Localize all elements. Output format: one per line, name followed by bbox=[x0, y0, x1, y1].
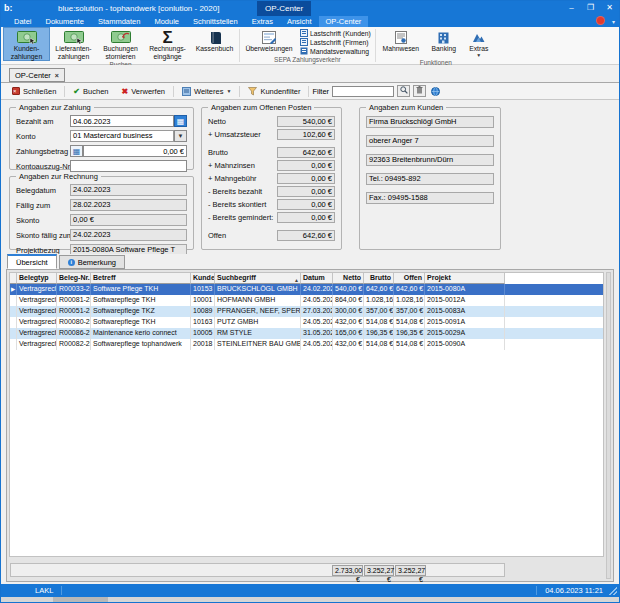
app-window: b: blue:solution - tophandwerk [conlutio… bbox=[0, 0, 620, 603]
table-row[interactable]: ▶VertragsrechnungR00033-23Software Pfleg… bbox=[10, 284, 603, 295]
app-logo: b: bbox=[4, 3, 13, 13]
column-header-brutto[interactable]: Brutto bbox=[364, 273, 394, 284]
tab-bemerkung[interactable]: i Bemerkung bbox=[59, 255, 125, 269]
table-row[interactable]: VertragsrechnungR00051-23Softwarepflege … bbox=[10, 306, 603, 317]
kontoauszug-input[interactable] bbox=[70, 160, 187, 172]
mahnwesen-button[interactable]: Mahnwesen bbox=[377, 27, 425, 59]
table-cell: Vertragsrechnung bbox=[17, 339, 57, 350]
column-header-datum[interactable]: Datum bbox=[301, 273, 333, 284]
konto-select[interactable]: 01 Mastercard business bbox=[70, 130, 174, 142]
open-item-row: - Bereits gemindert:0,00 € bbox=[208, 212, 335, 223]
lieferantenzahlungen-button[interactable]: Lieferanten-zahlungen bbox=[50, 27, 97, 61]
column-header-belegtyp[interactable]: Belegtyp bbox=[17, 273, 57, 284]
toolbar: × Schließen ✔ Buchen ✖ Verwerfen Weitere… bbox=[1, 83, 619, 100]
readonly-value: 540,00 € bbox=[277, 116, 335, 127]
menu-item-datei[interactable]: Datei bbox=[7, 16, 39, 27]
column-header-betreff[interactable]: Betreff bbox=[91, 273, 191, 284]
verwerfen-button[interactable]: ✖ Verwerfen bbox=[117, 86, 170, 97]
buchen-button[interactable]: ✔ Buchen bbox=[68, 86, 113, 97]
table-cell: Softwarepflege tophandwerk bbox=[91, 339, 191, 350]
document-tab-op-center[interactable]: OP-Center × bbox=[9, 68, 65, 82]
column-header-projekt[interactable]: Projekt bbox=[425, 273, 505, 284]
search-button[interactable] bbox=[397, 85, 410, 97]
context-tab-op-center[interactable]: OP-Center bbox=[257, 1, 311, 16]
calendar-icon[interactable]: ▦ bbox=[174, 115, 187, 127]
ribbon-separator bbox=[375, 29, 376, 62]
resize-grip-icon[interactable] bbox=[609, 587, 617, 595]
table-cell: Maintenance kerio connect bbox=[91, 328, 191, 339]
schliessen-button[interactable]: × Schließen bbox=[7, 86, 61, 97]
lastschrift-kunden-button[interactable]: Lastschrift (Kunden) bbox=[297, 29, 374, 38]
kassenbuch-button[interactable]: Kassenbuch bbox=[191, 27, 238, 61]
column-header-kunde[interactable]: Kunde bbox=[191, 273, 215, 284]
buchungen-stornieren-button[interactable]: Buchungen stornieren bbox=[97, 27, 144, 61]
clear-filter-button[interactable] bbox=[413, 85, 426, 97]
notification-icon[interactable] bbox=[596, 16, 605, 25]
help-globe-icon[interactable] bbox=[431, 87, 440, 96]
readonly-value: 0,00 € bbox=[277, 199, 335, 210]
readonly-value: 0,00 € bbox=[277, 160, 335, 171]
maximize-icon[interactable]: ❐ bbox=[581, 1, 600, 16]
mandatsverwaltung-button[interactable]: Mandatsverwaltung bbox=[297, 47, 374, 56]
group-angaben-zum-kunden: Angaben zum Kunden Firma Bruckschlögl Gm… bbox=[359, 107, 501, 250]
column-header-suchbegriff[interactable]: Suchbegriff▲ bbox=[215, 273, 301, 284]
close-tab-icon[interactable]: × bbox=[55, 72, 59, 79]
menu-item-schnittstellen[interactable]: Schnittstellen bbox=[186, 16, 245, 27]
ribbon-button-label: Kunden-zahlungen bbox=[4, 45, 49, 60]
customer-info-line: Tel.: 09495-892 bbox=[366, 173, 494, 185]
readonly-value: 0,00 € bbox=[277, 173, 335, 184]
chevron-down-icon[interactable]: ▼ bbox=[174, 130, 187, 142]
kundenzahlungen-button[interactable]: Kunden-zahlungen bbox=[3, 27, 50, 61]
menu-item-module[interactable]: Module bbox=[147, 16, 186, 27]
chevron-down-icon[interactable]: ▾ bbox=[612, 18, 615, 25]
table-cell: 300,00 € bbox=[333, 306, 364, 317]
table-cell: 514,08 € bbox=[394, 339, 425, 350]
table-cell: HOFMANN GMBH bbox=[215, 295, 301, 306]
zahlungsbetrag-input[interactable] bbox=[83, 145, 187, 157]
close-icon[interactable]: ✕ bbox=[600, 1, 619, 16]
extras-button[interactable]: Extras ▼ bbox=[463, 27, 495, 59]
total-netto: 2.733,00 € bbox=[332, 565, 363, 576]
menu-item-ansicht[interactable]: Ansicht bbox=[280, 16, 319, 27]
column-header-offen[interactable]: Offen bbox=[394, 273, 425, 284]
ribbon-group-buchen: Kunden-zahlungen Lieferanten-zahlungen B… bbox=[3, 27, 238, 64]
group-angaben-zur-zahlung: Angaben zur Zahlung Bezahlt am ▦ Konto 0… bbox=[9, 107, 194, 170]
rechnungseingaenge-button[interactable]: Σ Rechnungs-eingänge bbox=[144, 27, 191, 61]
ribbon-button-label: Mandatsverwaltung bbox=[310, 48, 369, 55]
readonly-value: 0,00 € bbox=[277, 186, 335, 197]
ueberweisungen-button[interactable]: Überweisungen bbox=[241, 27, 297, 56]
table-row[interactable]: VertragsrechnungR00080-23Softwarepflege … bbox=[10, 317, 603, 328]
lastschrift-firmen-button[interactable]: Lastschrift (Firmen) bbox=[297, 38, 374, 47]
money-cursor-icon bbox=[64, 30, 84, 45]
menu-item-dokumente[interactable]: Dokumente bbox=[39, 16, 91, 27]
invoice-field-row: Belegdatum24.02.2023 bbox=[16, 184, 187, 196]
open-item-row: + Umsatzsteuer102,60 € bbox=[208, 129, 335, 140]
document-tab-label: OP-Center bbox=[15, 71, 51, 80]
banking-button[interactable]: Extras Banking bbox=[425, 27, 463, 59]
column-header-belegnr[interactable]: Beleg-Nr. bbox=[57, 273, 91, 284]
minimize-icon[interactable]: – bbox=[562, 1, 581, 16]
open-item-row: Offen642,60 € bbox=[208, 230, 335, 241]
calculator-icon[interactable]: ▦ bbox=[70, 145, 83, 157]
row-marker: ▶ bbox=[10, 284, 17, 295]
filter-input[interactable] bbox=[332, 86, 394, 97]
table-row[interactable]: VertragsrechnungR00086-23Maintenance ker… bbox=[10, 328, 603, 339]
bezahlt-am-input[interactable] bbox=[70, 115, 174, 127]
column-header-netto[interactable]: Netto bbox=[333, 273, 364, 284]
tab-uebersicht[interactable]: Übersicht bbox=[7, 254, 57, 269]
vertical-scrollbar[interactable] bbox=[606, 272, 611, 579]
weiteres-button[interactable]: Weiteres ▼ bbox=[177, 86, 236, 97]
menu-item-stammdaten[interactable]: Stammdaten bbox=[91, 16, 148, 27]
table-cell: Vertragsrechnung bbox=[17, 317, 57, 328]
money-undo-icon bbox=[111, 30, 131, 45]
open-item-row: + Mahnzinsen0,00 € bbox=[208, 160, 335, 171]
menu-item-extras[interactable]: Extras bbox=[245, 16, 280, 27]
kundenfilter-button[interactable]: Kundenfilter bbox=[243, 86, 305, 97]
table-row[interactable]: VertragsrechnungR00081-23Softwarepflege … bbox=[10, 295, 603, 306]
menu-item-opcenter[interactable]: OP-Center bbox=[319, 16, 369, 27]
check-icon: ✔ bbox=[73, 87, 80, 96]
table-row[interactable]: VertragsrechnungR00082-23Softwarepflege … bbox=[10, 339, 603, 350]
grid-panel: BelegtypBeleg-Nr.BetreffKundeSuchbegriff… bbox=[6, 269, 614, 582]
group-title: Angaben zum Kunden bbox=[366, 103, 446, 112]
table-cell: 642,60 € bbox=[364, 284, 394, 295]
